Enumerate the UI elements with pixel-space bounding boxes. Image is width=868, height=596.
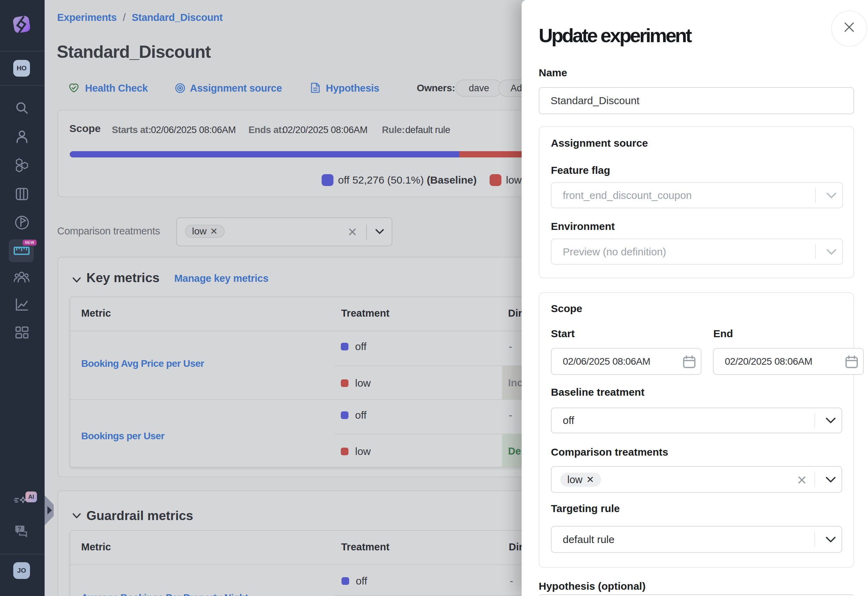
svg-text:?: ? xyxy=(18,526,21,532)
